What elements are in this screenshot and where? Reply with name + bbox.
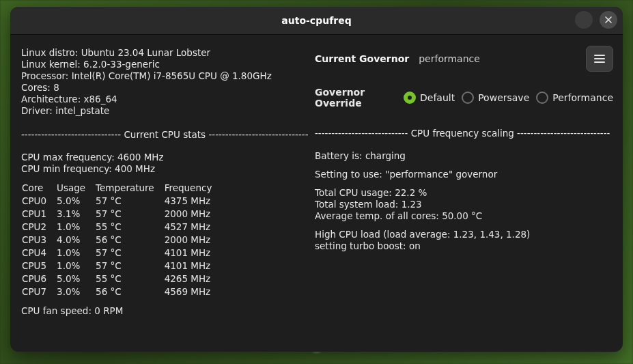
system-load-value: 1.23 [402, 199, 422, 210]
distro-line: Linux distro: Ubuntu 23.04 Lunar Lobster [21, 47, 294, 59]
right-pane: Current Governor performance Governor Ov… [300, 35, 623, 352]
cell-core: CPU5 [21, 260, 56, 272]
svg-rect-2 [594, 61, 605, 63]
system-load-label: Total system load: [315, 199, 398, 210]
cell-temp: 56 °C [95, 234, 164, 247]
cell-usage: 5.0% [56, 195, 95, 208]
avg-temp-label: Average temp. of all cores: [315, 210, 439, 221]
cell-freq: 4527 MHz [164, 221, 222, 234]
radio-performance-label: Performance [552, 92, 613, 103]
cell-freq: 4375 MHz [164, 195, 222, 208]
system-load-line: Total system load: 1.23 [315, 199, 610, 210]
high-load-line: High CPU load (load average: 1.23, 1.43,… [315, 229, 610, 240]
col-freq: Frequency [164, 182, 222, 195]
titlebar: auto-cpufreq [10, 7, 623, 35]
high-load-value: 1.23, 1.43, 1.28) [453, 229, 531, 240]
menu-button[interactable] [586, 46, 613, 72]
table-row: CPU21.0%55 °C4527 MHz [21, 221, 221, 234]
cell-usage: 1.0% [56, 221, 95, 234]
freq-scaling-divider: ---------------------------- CPU frequen… [315, 128, 610, 139]
cell-usage: 4.0% [56, 234, 95, 247]
cell-temp: 55 °C [95, 272, 164, 285]
radio-performance[interactable]: Performance [536, 92, 613, 104]
app-window: auto-cpufreq Linux distro: Ubuntu 23.04 … [10, 7, 623, 352]
turbo-value: on [409, 240, 421, 251]
cpu-min-freq-value: 400 MHz [115, 163, 155, 174]
table-row: CPU34.0%56 °C2000 MHz [21, 234, 221, 247]
kernel-line: Linux kernel: 6.2.0-33-generic [21, 59, 294, 70]
battery-label: Battery is: [315, 150, 363, 161]
close-button[interactable] [600, 11, 617, 29]
table-row: CPU51.0%57 °C4101 MHz [21, 260, 221, 272]
radio-icon [536, 92, 548, 104]
radio-icon [462, 92, 474, 104]
body-area: Linux distro: Ubuntu 23.04 Lunar Lobster… [10, 35, 623, 352]
turbo-line: setting turbo boost: on [315, 240, 610, 252]
cell-freq: 4265 MHz [164, 272, 222, 285]
close-icon [604, 16, 613, 24]
high-load-label: High CPU load (load average: [315, 229, 450, 240]
fan-speed-line: CPU fan speed: 0 RPM [21, 305, 294, 317]
cell-core: CPU7 [21, 285, 56, 298]
total-usage-line: Total CPU usage: 22.2 % [315, 187, 610, 199]
arch-line: Architecture: x86_64 [21, 94, 294, 105]
governor-override-row: Governor Override Default Powersave Perf… [307, 79, 613, 115]
cell-temp: 57 °C [95, 247, 164, 260]
cell-usage: 1.0% [56, 260, 95, 272]
system-info: Linux distro: Ubuntu 23.04 Lunar Lobster… [21, 47, 294, 117]
cell-freq: 2000 MHz [164, 208, 222, 221]
cell-core: CPU4 [21, 247, 56, 260]
svg-rect-1 [594, 58, 605, 59]
cpu-stats-divider: ------------------------------ Current C… [21, 129, 294, 141]
current-governor-label: Current Governor [315, 53, 409, 64]
cell-core: CPU6 [21, 272, 56, 285]
cell-core: CPU1 [21, 208, 56, 221]
col-temp: Temperature [95, 182, 164, 195]
hamburger-icon [593, 54, 606, 64]
distro-value: Ubuntu 23.04 Lunar Lobster [81, 47, 210, 58]
driver-value: intel_pstate [55, 105, 109, 116]
radio-default-label: Default [420, 92, 455, 103]
cpu-core-table: Core Usage Temperature Frequency CPU05.0… [21, 182, 221, 298]
radio-powersave[interactable]: Powersave [462, 92, 529, 104]
cell-freq: 4101 MHz [164, 247, 222, 260]
setting-value: "performance" governor [385, 169, 497, 180]
cell-usage: 5.0% [56, 272, 95, 285]
processor-line: Processor: Intel(R) Core(TM) i7-8565U CP… [21, 70, 294, 82]
fan-speed-value: 0 RPM [94, 305, 123, 316]
battery-line: Battery is: charging [315, 150, 610, 162]
table-row: CPU41.0%57 °C4101 MHz [21, 247, 221, 260]
current-governor-value: performance [419, 53, 480, 64]
processor-value: Intel(R) Core(TM) i7-8565U CPU @ 1.80GHz [72, 70, 272, 81]
radio-default[interactable]: Default [404, 92, 455, 104]
cell-usage: 1.0% [56, 247, 95, 260]
cell-temp: 57 °C [95, 260, 164, 272]
cell-usage: 3.1% [56, 208, 95, 221]
arch-label: Architecture: [21, 94, 81, 104]
window-controls [575, 11, 617, 29]
driver-line: Driver: intel_pstate [21, 105, 294, 117]
cell-freq: 2000 MHz [164, 234, 222, 247]
col-usage: Usage [56, 182, 95, 195]
table-row: CPU13.1%57 °C2000 MHz [21, 208, 221, 221]
col-core: Core [21, 182, 56, 195]
distro-label: Linux distro: [21, 47, 78, 58]
cell-temp: 57 °C [95, 195, 164, 208]
cpu-max-freq-label: CPU max frequency: [21, 152, 115, 163]
radio-icon [404, 92, 416, 104]
svg-rect-0 [594, 55, 605, 56]
cpu-table-header-row: Core Usage Temperature Frequency [21, 182, 221, 195]
freq-scaling-block: ---------------------------- CPU frequen… [307, 115, 613, 252]
minimize-button[interactable] [575, 11, 593, 29]
cpu-max-freq-line: CPU max frequency: 4600 MHz [21, 152, 294, 163]
processor-label: Processor: [21, 70, 68, 81]
cell-temp: 55 °C [95, 221, 164, 234]
cores-label: Cores: [21, 82, 51, 93]
current-governor-row: Current Governor performance [307, 42, 613, 79]
avg-temp-value: 50.00 °C [442, 210, 482, 221]
cell-usage: 3.0% [56, 285, 95, 298]
cores-value: 8 [53, 82, 59, 93]
setting-label: Setting to use: [315, 169, 382, 180]
cell-core: CPU2 [21, 221, 56, 234]
arch-value: x86_64 [84, 94, 117, 104]
